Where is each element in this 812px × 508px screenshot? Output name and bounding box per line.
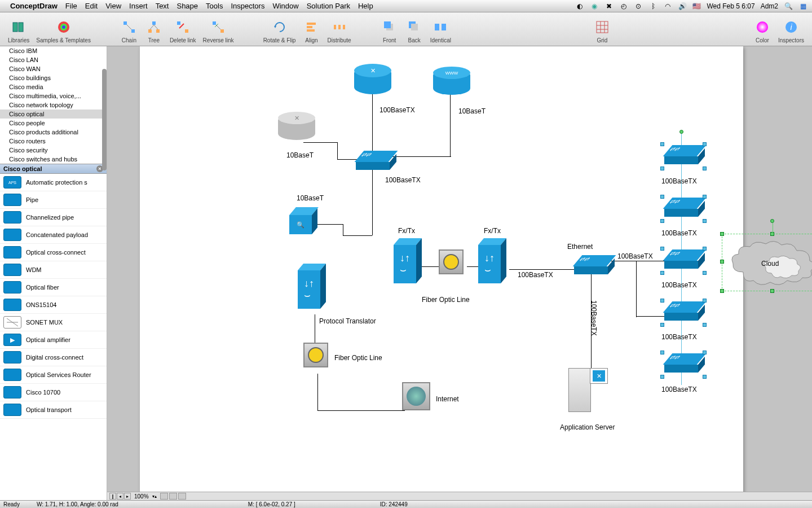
stencil-item[interactable]: Optical transport <box>0 401 107 419</box>
selection-handle[interactable] <box>660 195 664 199</box>
connector[interactable] <box>303 142 337 143</box>
libtree-item[interactable]: Cisco network topology <box>0 100 107 110</box>
connector[interactable] <box>317 374 318 410</box>
menu-solution-park[interactable]: Solution Park <box>307 2 350 10</box>
canvas-area[interactable]: ✕ WWW 100BaseTX 10BaseT ✕ 10BaseT ⇄⇄ 100… <box>107 46 812 500</box>
magnifier-box-shape[interactable]: 🔍 <box>289 207 316 234</box>
status-icon-1[interactable]: ◐ <box>575 2 584 11</box>
app-name[interactable]: ConceptDraw <box>10 2 58 10</box>
libtree-item[interactable]: Cisco people <box>0 119 107 128</box>
status-icon-3[interactable]: ✖ <box>604 2 614 11</box>
menu-shape[interactable]: Shape <box>176 2 198 10</box>
tool-distribute[interactable]: Distribute <box>324 18 354 43</box>
label-protocol-translator[interactable]: Protocol Translator <box>319 317 376 325</box>
selection-handle[interactable] <box>703 299 707 303</box>
libtree-item[interactable]: Cisco switches and hubs <box>0 155 107 164</box>
menu-extra-icon[interactable]: ▦ <box>798 2 807 11</box>
label-100basetx[interactable]: 100BaseTX <box>661 386 697 393</box>
connector[interactable] <box>372 94 373 151</box>
label-10baset[interactable]: 10BaseT <box>286 151 314 159</box>
menu-tools[interactable]: Tools <box>206 2 223 10</box>
label-ethernet[interactable]: Ethernet <box>567 243 593 251</box>
connector[interactable] <box>343 235 372 236</box>
selection-handle[interactable] <box>720 289 724 293</box>
fiber-optic-shape[interactable] <box>439 249 464 274</box>
selection-handle[interactable] <box>703 219 707 223</box>
router-shape[interactable]: ✕ <box>354 66 391 94</box>
label-100basetx[interactable]: 100BaseTX <box>617 252 653 260</box>
tool-color[interactable]: Color <box>750 18 775 43</box>
label-100basetx[interactable]: 100BaseTX <box>385 176 421 184</box>
fxtx-shape[interactable]: ↓↑⌣ <box>478 238 501 283</box>
router-gray-shape[interactable]: ✕ <box>278 114 315 140</box>
label-100basetx[interactable]: 100BaseTX <box>661 281 697 289</box>
menu-text[interactable]: Text <box>156 2 169 10</box>
label-fxtx[interactable]: Fx/Tx <box>398 227 415 235</box>
connector[interactable] <box>343 224 343 235</box>
fiber-optic-shape[interactable] <box>303 343 328 367</box>
tool-tree[interactable]: Tree <box>142 18 166 43</box>
selection-handle[interactable] <box>660 167 664 170</box>
selection-handle[interactable] <box>720 232 724 236</box>
selection-handle[interactable] <box>660 351 664 354</box>
menu-file[interactable]: File <box>65 2 77 10</box>
label-cloud[interactable]: Cloud <box>761 260 779 268</box>
label-fiber-optic[interactable]: Fiber Optic Line <box>334 354 382 362</box>
label-100basetx-vertical[interactable]: 100BaseTX <box>590 300 598 336</box>
switch-shape[interactable]: ⇄⇄ <box>356 151 390 170</box>
libtree-item[interactable]: Cisco buildings <box>0 73 107 82</box>
stencil-item[interactable]: ▶Optical amplifier <box>0 331 107 349</box>
router-www-shape[interactable]: WWW <box>433 69 470 95</box>
tool-front[interactable]: Front <box>377 18 402 43</box>
label-fxtx[interactable]: Fx/Tx <box>484 227 501 235</box>
label-fiber-optic[interactable]: Fiber Optic Line <box>422 296 470 304</box>
selection-handle[interactable] <box>703 323 707 327</box>
label-100basetx[interactable]: 100BaseTX <box>661 177 697 185</box>
stencil-item[interactable]: Channelized pipe <box>0 209 107 226</box>
stencil-item[interactable]: WDM <box>0 261 107 279</box>
stencil-item[interactable]: Optical Services Router <box>0 366 107 384</box>
zoom-dropdown-icon[interactable]: ▾▴ <box>152 494 157 499</box>
label-100basetx[interactable]: 100BaseTX <box>661 229 697 237</box>
selection-handle[interactable] <box>703 375 707 379</box>
selection-handle[interactable] <box>703 351 707 354</box>
selection-endpoint[interactable] <box>679 130 683 134</box>
status-icon-5[interactable]: ⊙ <box>634 2 643 11</box>
stencil-item[interactable]: SONET MUX <box>0 314 107 331</box>
selection-handle[interactable] <box>660 299 664 303</box>
tool-identical[interactable]: Identical <box>427 18 454 43</box>
label-100basetx[interactable]: 100BaseTX <box>661 333 697 341</box>
connector[interactable] <box>337 142 338 159</box>
switch-selected-shape[interactable]: ⇄⇄ <box>664 249 698 269</box>
connector[interactable] <box>636 261 637 317</box>
selection-handle[interactable] <box>660 271 664 275</box>
menu-help[interactable]: Help <box>358 2 373 10</box>
rotation-handle[interactable] <box>770 219 774 223</box>
libtree-item[interactable]: Cisco routers <box>0 137 107 146</box>
stencil-item[interactable]: Cisco 10700 <box>0 384 107 401</box>
connector[interactable] <box>509 269 577 270</box>
libtree-item[interactable]: Cisco multimedia, voice,... <box>0 91 107 100</box>
selection-handle[interactable] <box>660 323 664 327</box>
flag-icon[interactable]: 🇺🇸 <box>692 2 701 10</box>
tool-grid[interactable]: Grid <box>590 18 615 43</box>
switch-selected-shape[interactable]: ⇄⇄ <box>664 198 698 217</box>
selection-handle[interactable] <box>703 142 707 146</box>
tool-libraries[interactable]: Libraries <box>5 18 33 43</box>
wifi-icon[interactable]: ◠ <box>663 2 672 11</box>
selection-handle[interactable] <box>703 271 707 275</box>
libtree-item-selected[interactable]: Cisco optical <box>0 110 107 119</box>
selection-handle[interactable] <box>703 195 707 199</box>
fxtx-shape[interactable]: ↓↑⌣ <box>394 238 416 283</box>
stencil-item[interactable]: Pipe <box>0 191 107 209</box>
stencil-item[interactable]: Concatenated payload <box>0 226 107 244</box>
connector[interactable] <box>372 168 373 235</box>
menubar-user[interactable]: Adm2 <box>761 2 778 10</box>
tool-inspectors[interactable]: iInspectors <box>775 18 807 43</box>
libtree-item[interactable]: Cisco products additional <box>0 128 107 137</box>
stencil-item[interactable]: Digital cross-connect <box>0 349 107 366</box>
switch-shape[interactable]: ⇄⇄ <box>574 255 608 274</box>
tool-reverse-link[interactable]: Reverse link <box>200 18 237 43</box>
tool-chain[interactable]: Chain <box>117 18 142 43</box>
label-10baset[interactable]: 10BaseT <box>458 107 486 115</box>
